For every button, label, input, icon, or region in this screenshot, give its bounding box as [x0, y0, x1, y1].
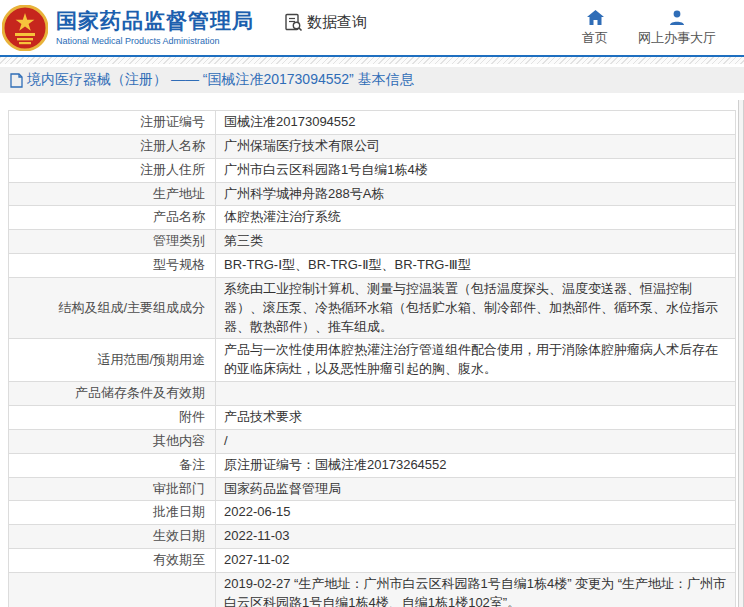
page-icon	[10, 73, 23, 88]
row-value: 原注册证编号：国械注准20173264552	[216, 453, 736, 477]
table-row: 生效日期2022-11-03	[9, 525, 736, 549]
row-value: 产品技术要求	[216, 405, 736, 429]
row-value: 2027-11-02	[216, 549, 736, 573]
row-label: 注册证编号	[9, 111, 216, 135]
row-value: 广州保瑞医疗技术有限公司	[216, 134, 736, 158]
brand-block: 国家药品监督管理局 National Medical Products Admi…	[56, 9, 254, 45]
nav-home-label: 首页	[582, 29, 608, 47]
breadcrumb-text: 境内医疗器械（注册） —— “国械注准20173094552” 基本信息	[27, 71, 414, 89]
table-row: 其他内容/	[9, 429, 736, 453]
table-row: 生产地址广州科学城神舟路288号A栋	[9, 182, 736, 206]
table-row: 管理类别第三类	[9, 230, 736, 254]
document-search-icon	[284, 13, 303, 32]
site-subtitle: National Medical Products Administration	[56, 36, 254, 46]
row-value: BR-TRG-Ⅰ型、BR-TRG-Ⅱ型、BR-TRG-Ⅲ型	[216, 254, 736, 278]
row-label: 适用范围/预期用途	[9, 339, 216, 382]
data-query-label: 数据查询	[307, 13, 367, 32]
data-query-tab[interactable]: 数据查询	[284, 13, 367, 32]
row-label: 其他内容	[9, 429, 216, 453]
table-row: 批准日期2022-06-15	[9, 501, 736, 525]
row-label: 生效日期	[9, 525, 216, 549]
row-value: 体腔热灌注治疗系统	[216, 206, 736, 230]
row-value: 2022-11-03	[216, 525, 736, 549]
row-label: 产品名称	[9, 206, 216, 230]
table-row: 备注原注册证编号：国械注准20173264552	[9, 453, 736, 477]
table-row: 注册证编号国械注准20173094552	[9, 111, 736, 135]
row-label: 结构及组成/主要组成成分	[9, 277, 216, 339]
table-row: 有效期至2027-11-02	[9, 549, 736, 573]
row-label: 审批部门	[9, 477, 216, 501]
table-row: 适用范围/预期用途产品与一次性使用体腔热灌注治疗管道组件配合使用，用于消除体腔肿…	[9, 339, 736, 382]
row-value: 国械注准20173094552	[216, 111, 736, 135]
row-value: 国家药品监督管理局	[216, 477, 736, 501]
row-value: 第三类	[216, 230, 736, 254]
table-row: 审批部门国家药品监督管理局	[9, 477, 736, 501]
row-label: 型号规格	[9, 254, 216, 278]
table-row: 结构及组成/主要组成成分系统由工业控制计算机、测量与控温装置（包括温度探头、温度…	[9, 277, 736, 339]
row-label: 附件	[9, 405, 216, 429]
row-value: 系统由工业控制计算机、测量与控温装置（包括温度探头、温度变送器、恒温控制器）、滚…	[216, 277, 736, 339]
row-label: 生产地址	[9, 182, 216, 206]
row-label: 产品储存条件及有效期	[9, 382, 216, 406]
row-value: 产品与一次性使用体腔热灌注治疗管道组件配合使用，用于消除体腔肿瘤病人术后存在的亚…	[216, 339, 736, 382]
vertical-scrollbar[interactable]	[738, 100, 744, 607]
hatch-divider	[0, 57, 744, 64]
row-label: 注册人名称	[9, 134, 216, 158]
top-nav: 首页 网上办事大厅	[582, 10, 744, 47]
table-row: 注册人名称广州保瑞医疗技术有限公司	[9, 134, 736, 158]
user-icon	[669, 10, 685, 25]
table-row: 注册人住所广州市白云区科园路1号自编1栋4楼	[9, 158, 736, 182]
row-label: 管理类别	[9, 230, 216, 254]
table-row: 产品名称体腔热灌注治疗系统	[9, 206, 736, 230]
row-label: 备注	[9, 453, 216, 477]
info-table-body: 注册证编号国械注准20173094552注册人名称广州保瑞医疗技术有限公司注册人…	[9, 111, 736, 607]
row-value: 2022-06-15	[216, 501, 736, 525]
national-emblem-logo	[2, 5, 48, 51]
row-label: 有效期至	[9, 549, 216, 573]
nav-home[interactable]: 首页	[582, 10, 608, 47]
nav-service-hall[interactable]: 网上办事大厅	[638, 10, 716, 47]
site-title: 国家药品监督管理局	[56, 9, 254, 32]
site-header: 国家药品监督管理局 National Medical Products Admi…	[0, 0, 744, 57]
row-value: /	[216, 429, 736, 453]
row-value: 广州市白云区科园路1号自编1栋4楼	[216, 158, 736, 182]
row-value: 广州科学城神舟路288号A栋	[216, 182, 736, 206]
home-icon	[587, 10, 604, 25]
registration-info-table: 注册证编号国械注准20173094552注册人名称广州保瑞医疗技术有限公司注册人…	[8, 110, 736, 607]
row-label: 注册人住所	[9, 158, 216, 182]
row-label: 变更情况	[9, 572, 216, 607]
row-label: 批准日期	[9, 501, 216, 525]
row-value	[216, 382, 736, 406]
table-row: 附件产品技术要求	[9, 405, 736, 429]
breadcrumb: 境内医疗器械（注册） —— “国械注准20173094552” 基本信息	[0, 67, 744, 93]
row-value: 2019-02-27 “生产地址：广州市白云区科园路1号自编1栋4楼” 变更为 …	[216, 572, 736, 607]
table-row: 变更情况2019-02-27 “生产地址：广州市白云区科园路1号自编1栋4楼” …	[9, 572, 736, 607]
table-row: 型号规格BR-TRG-Ⅰ型、BR-TRG-Ⅱ型、BR-TRG-Ⅲ型	[9, 254, 736, 278]
table-row: 产品储存条件及有效期	[9, 382, 736, 406]
nav-service-hall-label: 网上办事大厅	[638, 29, 716, 47]
